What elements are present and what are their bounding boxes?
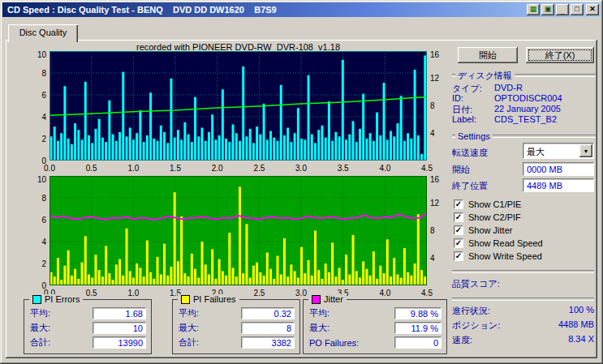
disc-id-value: OPTODISCR004 (494, 93, 562, 104)
po-failures-row: PO Failures: 0 (309, 336, 441, 349)
app-window: CD Speed : Disc Quality Test - BENQ DVD … (0, 0, 603, 364)
average-value: 9.88 % (394, 307, 441, 319)
svg-text:6: 6 (41, 216, 46, 225)
average-value: 0.32 (241, 307, 295, 319)
pi-errors-total-row: 合計: 13990 (30, 336, 146, 349)
disc-label-value: CDS_TEST_B2 (494, 114, 557, 125)
show-c2-pif-checkbox[interactable]: ✓ Show C2/PIF (454, 212, 521, 223)
end-position-field[interactable]: 4489 MB (523, 178, 594, 192)
checkbox-box[interactable]: ✓ (454, 212, 463, 222)
show-read-speed-checkbox[interactable]: ✓ Show Read Speed (454, 238, 543, 249)
titlebar[interactable]: CD Speed : Disc Quality Test - BENQ DVD … (2, 2, 601, 17)
svg-text:12: 12 (430, 199, 440, 208)
svg-text:8: 8 (430, 226, 435, 235)
disc-date-value: 22 January 2005 (494, 104, 561, 114)
disc-quality-panel: recorded with PIONEER DVD-RW DVR-108 v1.… (6, 40, 597, 358)
svg-text:2.5: 2.5 (253, 164, 265, 173)
progress-value: 100 % (569, 305, 594, 316)
end-position-row: 終了位置 4489 MB (452, 178, 594, 193)
transfer-speed-label: 転送速度 (452, 147, 488, 159)
disc-type-value: DVD-R (494, 83, 523, 93)
maximum-value: 11.9 % (394, 322, 441, 334)
pi-errors-stats-panel: PI Errors 平均: 1.68 最大: 10 合計: 13990 (24, 299, 152, 354)
svg-text:6: 6 (41, 91, 46, 100)
svg-text:1.0: 1.0 (127, 289, 139, 298)
svg-text:8: 8 (430, 101, 435, 110)
svg-text:10: 10 (37, 176, 47, 184)
maximize-icon: □ (575, 5, 579, 13)
start-position-field[interactable]: 0000 MB (523, 162, 594, 176)
average-label: 平均: (179, 307, 199, 319)
svg-text:0.5: 0.5 (86, 164, 97, 173)
disc-window-icon[interactable]: ▣ (541, 4, 554, 15)
graph-window-icon[interactable]: ▦ (527, 4, 540, 15)
tab-disc-quality[interactable]: Disc Quality (8, 24, 78, 42)
jitter-maximum-row: 最大: 11.9 % (309, 322, 441, 334)
checkbox-box[interactable]: ✓ (454, 251, 463, 261)
svg-text:3.5: 3.5 (338, 164, 349, 173)
checkbox-box[interactable]: ✓ (454, 199, 463, 209)
maximum-label: 最大: (179, 322, 199, 334)
jitter-average-row: 平均: 9.88 % (309, 307, 441, 319)
show-jitter-checkbox[interactable]: ✓ Show Jitter (454, 225, 512, 236)
position-row: ポジション: 4488 MB (452, 319, 594, 331)
disc-date-row: 日付: 22 January 2005 (452, 104, 594, 114)
svg-text:0.0: 0.0 (44, 164, 55, 173)
maximum-value: 8 (241, 322, 295, 334)
jitter-marker-icon (312, 295, 321, 304)
disc-icon: ▣ (545, 5, 552, 13)
checkmark-icon: ✓ (455, 238, 462, 247)
checkmark-icon: ✓ (455, 251, 462, 260)
close-button[interactable]: ✕ (586, 4, 599, 15)
pi-failures-average-row: 平均: 0.32 (179, 307, 295, 319)
settings-header-label: Settings (458, 131, 490, 141)
po-failures-value: 0 (394, 336, 441, 349)
minimize-button[interactable]: _ (556, 4, 569, 15)
disc-label-row: Label: CDS_TEST_B2 (452, 114, 594, 125)
total-value: 13990 (93, 336, 146, 349)
checkbox-box[interactable]: ✓ (454, 238, 463, 248)
checkbox-label: Show C2/PIF (468, 212, 521, 222)
maximize-button[interactable]: □ (571, 4, 584, 15)
start-position-row: 開始 0000 MB (452, 162, 594, 177)
transfer-speed-value: 最大 (527, 146, 545, 158)
show-c1-pie-checkbox[interactable]: ✓ Show C1/PIE (454, 199, 521, 210)
pi-errors-chart: 02468104812160.00.51.01.52.02.53.03.54.0… (6, 51, 448, 175)
chevron-down-icon[interactable]: ▼ (579, 144, 592, 157)
svg-text:4.0: 4.0 (379, 289, 390, 298)
disc-type-row: タイプ: DVD-R (452, 83, 594, 93)
exit-button[interactable]: 終了(X) (526, 47, 594, 63)
svg-text:1.0: 1.0 (127, 164, 139, 173)
svg-text:0.5: 0.5 (86, 289, 97, 298)
maximum-value: 10 (93, 322, 146, 334)
svg-text:16: 16 (430, 176, 440, 184)
divider (452, 298, 594, 301)
progress-row: 進行状況: 100 % (452, 305, 594, 316)
maximum-label: 最大: (30, 322, 50, 334)
checkmark-icon: ✓ (455, 225, 462, 234)
pi-errors-legend: PI Errors (29, 294, 83, 304)
pi-failures-stats-panel: PI Failures 平均: 0.32 最大: 8 合計: 3382 (172, 299, 300, 354)
window-title: CD Speed : Disc Quality Test - BENQ DVD … (4, 5, 525, 15)
pi-failures-legend-label: PI Failures (193, 294, 236, 304)
svg-text:4: 4 (41, 113, 46, 122)
position-label: ポジション: (452, 319, 500, 331)
svg-text:4: 4 (430, 254, 435, 263)
average-value: 1.68 (93, 307, 146, 319)
divider (452, 270, 594, 273)
checkbox-box[interactable]: ✓ (454, 225, 463, 235)
svg-text:2: 2 (41, 259, 46, 268)
pi-failures-maximum-row: 最大: 8 (179, 322, 295, 334)
jitter-legend: Jitter (308, 294, 347, 304)
checkbox-label: Show Read Speed (468, 238, 543, 248)
transfer-speed-select[interactable]: 最大 ▼ (523, 143, 594, 159)
average-label: 平均: (309, 307, 329, 319)
disc-info-header-label: ディスク情報 (458, 70, 512, 82)
checkmark-icon: ✓ (455, 199, 462, 208)
disc-info-header: ディスク情報 (452, 71, 596, 80)
start-button[interactable]: 開始 (458, 47, 518, 63)
pi-failures-total-row: 合計: 3382 (179, 336, 295, 349)
svg-text:8: 8 (41, 194, 46, 203)
disc-id-row: ID: OPTODISCR004 (452, 93, 594, 104)
show-write-speed-checkbox[interactable]: ✓ Show Write Speed (454, 251, 542, 262)
